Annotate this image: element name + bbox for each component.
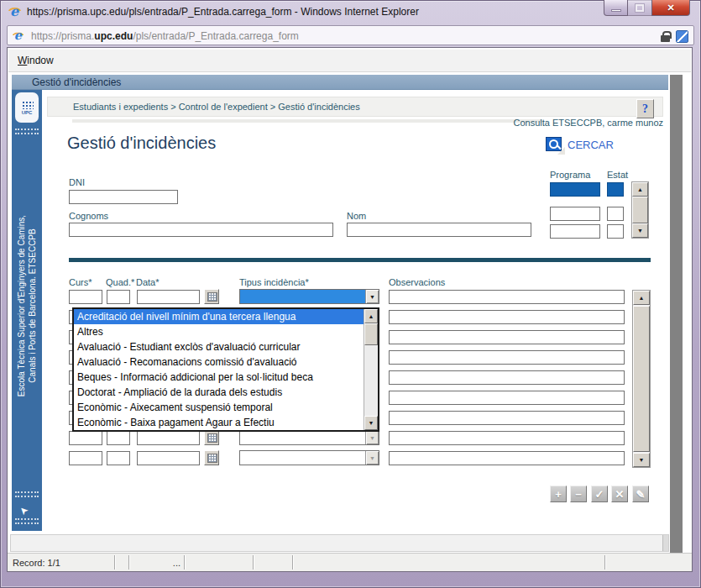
breadcrumb-sub-strip bbox=[72, 119, 542, 123]
cancel-button[interactable]: ✕ bbox=[611, 486, 628, 502]
horizontal-scrollbar[interactable] bbox=[10, 534, 669, 552]
curs-input[interactable] bbox=[69, 431, 102, 445]
observacions-label: Observacions bbox=[389, 277, 445, 287]
edit-button[interactable]: ✎ bbox=[632, 486, 649, 502]
programa-field[interactable] bbox=[550, 224, 600, 239]
dropdown-scrollbar[interactable]: ▲ ▼ bbox=[364, 309, 378, 430]
estat-field[interactable] bbox=[607, 182, 624, 197]
observacions-input[interactable] bbox=[389, 431, 625, 445]
programa-scrollbar[interactable]: ▲ ▼ bbox=[631, 181, 649, 239]
programa-field[interactable] bbox=[550, 207, 600, 221]
address-input[interactable]: e https://prisma.upc.edu/pls/entrada/P_E… bbox=[7, 25, 694, 45]
forms-applet: Gestió d'incidències UPC Escola Tècnica … bbox=[12, 75, 668, 531]
scroll-down-icon[interactable]: ▼ bbox=[632, 223, 648, 238]
estat-field[interactable] bbox=[607, 224, 624, 239]
scroll-thumb[interactable] bbox=[633, 306, 650, 452]
dropdown-item[interactable]: Acreditació del nivell mínim d'una terce… bbox=[74, 309, 364, 324]
calendar-button[interactable] bbox=[204, 450, 219, 465]
curs-input[interactable] bbox=[69, 451, 102, 465]
dni-label: DNI bbox=[69, 177, 85, 187]
chevron-down-icon[interactable]: ▼ bbox=[365, 431, 379, 444]
scroll-down-icon[interactable]: ▼ bbox=[364, 416, 378, 430]
scroll-thumb[interactable] bbox=[364, 323, 378, 345]
menu-bar: Window bbox=[8, 50, 691, 72]
page-title: Gestió d'incidències bbox=[67, 134, 216, 153]
quad-input[interactable] bbox=[107, 431, 130, 445]
remove-record-button[interactable]: − bbox=[570, 486, 587, 502]
dropdown-item[interactable]: Beques - Informació addicional per la so… bbox=[74, 370, 364, 385]
data-input[interactable] bbox=[137, 451, 200, 465]
nom-label: Nom bbox=[347, 211, 366, 221]
dropdown-item[interactable]: Avaluació - Estudiant exclòs d'avaluació… bbox=[74, 339, 364, 354]
curs-input[interactable] bbox=[69, 290, 102, 304]
compatibility-view-icon[interactable] bbox=[676, 30, 688, 43]
observacions-input[interactable] bbox=[389, 391, 625, 405]
search-icon bbox=[546, 137, 562, 151]
scroll-up-icon[interactable]: ▲ bbox=[633, 291, 650, 305]
data-input[interactable] bbox=[137, 290, 200, 304]
tipus-combobox[interactable]: ▼ bbox=[239, 430, 379, 445]
observacions-input[interactable] bbox=[389, 451, 625, 465]
maximize-button[interactable] bbox=[628, 0, 651, 16]
scroll-up-icon[interactable]: ▲ bbox=[364, 309, 378, 323]
ie-page-icon: e bbox=[13, 29, 25, 42]
dropdown-item[interactable]: Doctorat - Ampliació de la durada dels e… bbox=[74, 385, 364, 400]
minimize-icon bbox=[611, 9, 621, 12]
quad-input[interactable] bbox=[107, 451, 130, 465]
tipus-combobox[interactable]: ▼ bbox=[239, 450, 379, 465]
breadcrumb[interactable]: Estudiants i expedients > Control de l'e… bbox=[73, 102, 360, 112]
data-input[interactable] bbox=[137, 431, 200, 445]
add-record-button[interactable]: + bbox=[550, 486, 567, 502]
school-name-vertical: Escola Tècnica Superior d'Enginyers de C… bbox=[16, 215, 38, 396]
title-bar[interactable]: e https://prisma.upc.edu/pls/entrada/P_E… bbox=[0, 0, 701, 24]
tipus-combobox[interactable]: ▼ bbox=[239, 289, 379, 304]
dropdown-item[interactable]: Econòmic - Aixecament suspensió temporal bbox=[74, 400, 364, 415]
close-icon: ✕ bbox=[667, 3, 674, 13]
estat-field[interactable] bbox=[607, 207, 624, 221]
scroll-corner bbox=[662, 535, 668, 551]
ie-window: e https://prisma.upc.edu/pls/entrada/P_E… bbox=[0, 0, 701, 588]
grid-row: ▼ bbox=[42, 431, 668, 446]
address-bar-row: e https://prisma.upc.edu/pls/entrada/P_E… bbox=[0, 24, 701, 47]
dropdown-item[interactable]: Econòmic - Baixa pagament Agaur a Efecti… bbox=[74, 415, 364, 430]
quad-input[interactable] bbox=[107, 290, 130, 304]
scroll-up-icon[interactable]: ▲ bbox=[632, 182, 648, 197]
close-button[interactable]: ✕ bbox=[651, 0, 690, 16]
chevron-down-icon[interactable]: ▼ bbox=[365, 451, 379, 465]
chevron-down-icon[interactable]: ▼ bbox=[365, 290, 379, 303]
right-shadow-strip bbox=[670, 75, 683, 553]
dropdown-item[interactable]: Avaluació - Recomanacions comissió d'ava… bbox=[74, 354, 364, 370]
help-button[interactable]: ? bbox=[636, 99, 654, 118]
grid-row: ▼ bbox=[42, 290, 668, 305]
observacions-input[interactable] bbox=[389, 330, 625, 344]
tipus-label: Tipus incidència* bbox=[239, 277, 309, 287]
records-scrollbar[interactable]: ▲ ▼ bbox=[632, 290, 651, 468]
calendar-button[interactable] bbox=[204, 289, 219, 304]
observacions-input[interactable] bbox=[389, 310, 625, 324]
upc-dots-icon bbox=[21, 100, 34, 109]
menu-window[interactable]: Window bbox=[18, 55, 54, 66]
observacions-input[interactable] bbox=[389, 411, 625, 425]
form-content: Estudiants i expedients > Control de l'e… bbox=[42, 90, 668, 531]
observacions-input[interactable] bbox=[389, 290, 625, 304]
status-divider bbox=[604, 555, 605, 570]
observacions-input[interactable] bbox=[389, 350, 625, 365]
sidebar-divider bbox=[15, 129, 39, 134]
programa-field[interactable] bbox=[550, 182, 600, 197]
dni-input[interactable] bbox=[69, 190, 178, 204]
confirm-button[interactable]: ✓ bbox=[591, 486, 608, 502]
dropdown-item[interactable]: Altres bbox=[74, 324, 364, 339]
status-bar: Record: 1/1 ... bbox=[8, 553, 692, 571]
cognoms-input[interactable] bbox=[69, 223, 333, 237]
tipus-dropdown-list: Acreditació del nivell mínim d'una terce… bbox=[72, 307, 379, 432]
nom-input[interactable] bbox=[347, 223, 531, 237]
scroll-down-icon[interactable]: ▼ bbox=[633, 453, 650, 467]
applet-header: Gestió d'incidències bbox=[12, 75, 668, 90]
scroll-thumb[interactable] bbox=[632, 197, 648, 223]
minimize-button[interactable] bbox=[604, 0, 628, 16]
observacions-input[interactable] bbox=[389, 370, 625, 385]
estat-label: Estat bbox=[607, 170, 628, 180]
status-ellipsis: ... bbox=[128, 558, 180, 568]
back-arrow-icon[interactable]: ➤ bbox=[17, 503, 31, 517]
calendar-button[interactable] bbox=[204, 430, 219, 445]
